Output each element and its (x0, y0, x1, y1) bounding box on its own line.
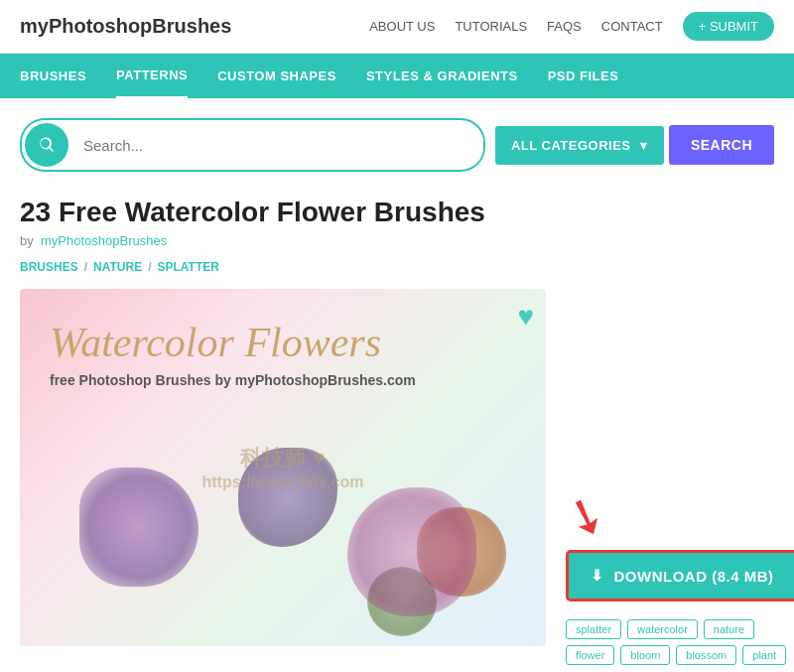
search-input[interactable] (71, 127, 483, 164)
content-area: 23 Free Watercolor Flower Brushes by myP… (0, 182, 794, 672)
search-svg (38, 136, 56, 154)
search-section: ALL CATEGORIES ▾ SEARCH (0, 98, 794, 182)
search-button[interactable]: SEARCH (669, 125, 774, 165)
faqs-link[interactable]: FAQS (547, 19, 582, 34)
preview-image: Watercolor Flowers free Photoshop Brushe… (20, 289, 546, 646)
author-prefix: by (20, 233, 34, 248)
right-panel: ➘ ⬇ DOWNLOAD (8.4 MB) splatterwatercolor… (566, 289, 794, 665)
flower-decoration-5 (347, 487, 476, 616)
tag-plant[interactable]: plant (742, 645, 786, 665)
nav-brushes[interactable]: BRUSHES (20, 55, 86, 97)
flower-decoration-1 (79, 468, 198, 587)
nav-psd-files[interactable]: PSD FILES (548, 55, 619, 97)
subtitle-prefix: free Photoshop Brushes by (50, 372, 231, 388)
tag-flower[interactable]: flower (566, 645, 614, 665)
breadcrumb: BRUSHES / NATURE / SPLATTER (20, 260, 774, 274)
breadcrumb-sep-1: / (84, 260, 87, 274)
image-title: Watercolor Flowers (50, 319, 516, 366)
heart-icon: ♥ (517, 301, 534, 333)
image-subtitle: free Photoshop Brushes by myPhotoshopBru… (50, 372, 516, 388)
chevron-down-icon: ▾ (640, 138, 648, 153)
breadcrumb-sep-2: / (148, 260, 151, 274)
subtitle-brand: myPhotoshopBrushes.com (235, 372, 416, 388)
main-layout: Watercolor Flowers free Photoshop Brushe… (20, 289, 774, 665)
header-navigation: ABOUT US TUTORIALS FAQS CONTACT + SUBMIT (369, 12, 774, 41)
tag-nature[interactable]: nature (704, 619, 754, 639)
nav-styles-gradients[interactable]: STYLES & GRADIENTS (366, 55, 518, 97)
header: myPhotoshopBrushes ABOUT US TUTORIALS FA… (0, 0, 794, 54)
flower-decoration-2 (238, 448, 337, 547)
categories-dropdown[interactable]: ALL CATEGORIES ▾ (495, 126, 664, 165)
author-link[interactable]: myPhotoshopBrushes (41, 233, 167, 248)
breadcrumb-brushes[interactable]: BRUSHES (20, 260, 78, 274)
nav-patterns[interactable]: PATTERNS (116, 54, 188, 98)
categories-label: ALL CATEGORIES (511, 138, 631, 153)
contact-link[interactable]: CONTACT (601, 19, 663, 34)
about-us-link[interactable]: ABOUT US (369, 19, 435, 34)
tag-blossom[interactable]: blossom (676, 645, 736, 665)
submit-button[interactable]: + SUBMIT (683, 12, 774, 41)
download-label: DOWNLOAD (8.4 MB) (614, 568, 774, 585)
search-wrapper (20, 118, 485, 172)
download-icon: ⬇ (591, 567, 604, 585)
arrow-icon: ➘ (557, 482, 615, 551)
tag-splatter[interactable]: splatter (566, 619, 621, 639)
page-title: 23 Free Watercolor Flower Brushes (20, 197, 774, 228)
main-navbar: BRUSHES PATTERNS CUSTOM SHAPES STYLES & … (0, 54, 794, 98)
site-logo[interactable]: myPhotoshopBrushes (20, 15, 231, 38)
breadcrumb-splatter[interactable]: SPLATTER (157, 260, 218, 274)
tags-section: splatterwatercolornatureflowerbloombloss… (566, 619, 794, 665)
tag-watercolor[interactable]: watercolor (627, 619, 698, 639)
image-text-overlay: Watercolor Flowers free Photoshop Brushe… (50, 319, 516, 388)
download-button[interactable]: ⬇ DOWNLOAD (8.4 MB) (566, 550, 794, 602)
nav-custom-shapes[interactable]: CUSTOM SHAPES (217, 55, 336, 97)
author-line: by myPhotoshopBrushes (20, 233, 774, 248)
search-icon (25, 123, 68, 167)
tag-bloom[interactable]: bloom (620, 645, 670, 665)
breadcrumb-nature[interactable]: NATURE (93, 260, 142, 274)
tutorials-link[interactable]: TUTORIALS (455, 19, 527, 34)
